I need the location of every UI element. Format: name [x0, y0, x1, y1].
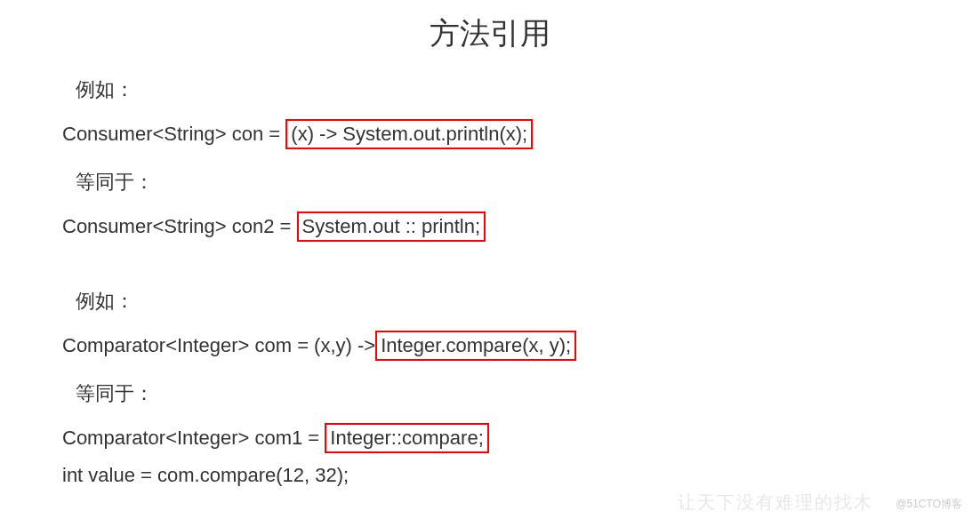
code-line-1: Consumer<String> con = (x) -> System.out… — [62, 119, 918, 149]
code-line-2-boxed: System.out :: println; — [297, 212, 486, 242]
code-line-4-prefix: Comparator<Integer> com1 = — [62, 427, 325, 449]
code-line-1-boxed: (x) -> System.out.println(x); — [285, 119, 533, 149]
example-label-2: 例如： — [76, 288, 918, 315]
example-label-1: 例如： — [76, 76, 918, 103]
code-line-3: Comparator<Integer> com = (x,y) ->Intege… — [62, 331, 918, 361]
code-line-3-boxed: Integer.compare(x, y); — [375, 331, 576, 361]
code-line-1-prefix: Consumer<String> con = — [62, 123, 285, 145]
page-title: 方法引用 — [62, 13, 918, 54]
code-line-5: int value = com.compare(12, 32); — [62, 464, 918, 487]
watermark-ghost: 让天下没有难理的找木 — [678, 491, 873, 515]
code-line-3-prefix: Comparator<Integer> com = (x,y) -> — [62, 334, 375, 356]
code-line-4: Comparator<Integer> com1 = Integer::comp… — [62, 423, 918, 453]
equal-label-2: 等同于： — [76, 380, 918, 407]
code-line-2: Consumer<String> con2 = System.out :: pr… — [62, 212, 918, 242]
code-line-4-boxed: Integer::compare; — [325, 423, 488, 453]
code-line-2-prefix: Consumer<String> con2 = — [62, 215, 297, 237]
equal-label-1: 等同于： — [76, 169, 918, 196]
watermark: @51CTO博客 — [896, 497, 962, 512]
